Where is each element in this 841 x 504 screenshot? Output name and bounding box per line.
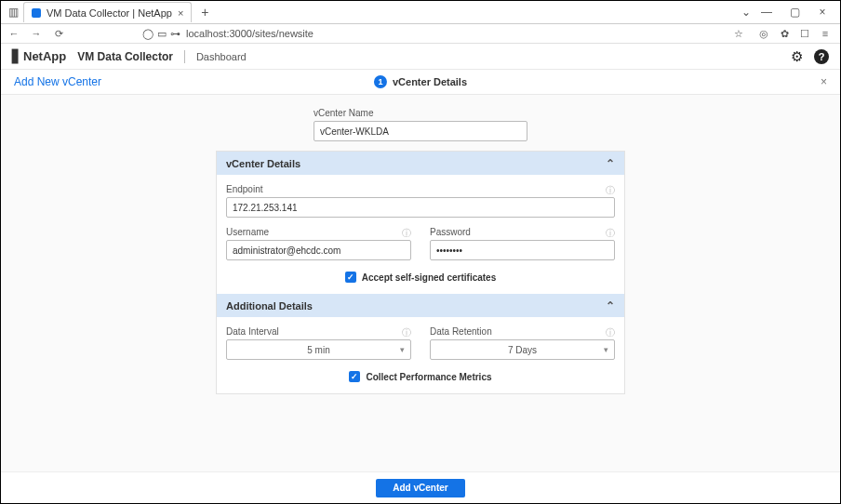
info-icon[interactable]: ⓘ [606, 227, 615, 240]
page-title[interactable]: Add New vCenter [14, 75, 101, 88]
endpoint-input[interactable] [226, 197, 615, 218]
extensions-icon[interactable]: ✿ [777, 28, 792, 40]
interval-value: 5 min [307, 345, 329, 355]
window-minimize-button[interactable]: — [754, 6, 779, 19]
section-title: Additional Details [226, 300, 313, 312]
interval-select[interactable]: 5 min ▾ [226, 339, 411, 360]
form-card: vCenter Details ⌃ Endpoint ⓘ Username ⓘ [216, 151, 625, 394]
section-title: vCenter Details [226, 158, 300, 169]
bookmark-star-icon[interactable]: ☆ [734, 28, 743, 40]
footer-bar: Add vCenter [1, 471, 840, 503]
accept-cert-label: Accept self-signed certificates [362, 272, 497, 283]
product-name: VM Data Collector [77, 50, 173, 63]
step-badge: 1 [374, 75, 387, 88]
account-icon[interactable]: ☐ [797, 28, 812, 40]
window-maximize-button[interactable]: ▢ [782, 6, 807, 19]
help-icon[interactable]: ? [814, 49, 829, 64]
brand-text: NetApp [23, 49, 66, 63]
chevron-up-icon: ⌃ [606, 299, 615, 312]
retention-value: 7 Days [508, 345, 537, 355]
info-icon[interactable]: ⓘ [606, 184, 615, 197]
window-dropdown-icon[interactable]: ⌄ [741, 6, 751, 19]
step-label: vCenter Details [393, 76, 467, 87]
page-body: vCenter Name vCenter Details ⌃ Endpoint … [1, 95, 840, 503]
wizard-step: 1 vCenter Details [374, 75, 467, 88]
collect-metrics-checkbox[interactable]: ✓ [349, 371, 360, 382]
password-label: Password [430, 227, 471, 237]
add-vcenter-button[interactable]: Add vCenter [376, 479, 464, 497]
window-close-button[interactable]: × [810, 6, 834, 19]
brand-logo: ▋ NetApp [12, 49, 66, 63]
reader-icon[interactable]: ◎ [756, 28, 771, 40]
info-icon[interactable]: ⓘ [606, 326, 615, 339]
url-text: localhost:3000/sites/newsite [186, 28, 314, 39]
connection-icon: ⊶ [170, 28, 180, 40]
shield-icon: ◯ [142, 28, 154, 40]
app-header: ▋ NetApp VM Data Collector Dashboard ⚙ ? [1, 44, 840, 70]
url-field[interactable]: ◯ ▭ ⊶ localhost:3000/sites/newsite ☆ [137, 28, 749, 40]
info-icon[interactable]: ⓘ [402, 326, 411, 339]
tab-close-icon[interactable]: × [178, 7, 183, 19]
browser-toolbar: ← → ⟳ ◯ ▭ ⊶ localhost:3000/sites/newsite… [1, 24, 840, 44]
username-input[interactable] [226, 240, 411, 260]
section-vcenter-details-header[interactable]: vCenter Details ⌃ [217, 152, 624, 175]
accept-cert-checkbox[interactable]: ✓ [345, 272, 356, 283]
endpoint-label: Endpoint [226, 184, 262, 194]
nav-reload-button[interactable]: ⟳ [51, 28, 66, 40]
brand-mark-icon: ▋ [12, 49, 21, 63]
new-tab-button[interactable]: + [195, 5, 214, 20]
chevron-down-icon: ▾ [400, 345, 405, 354]
tab-overview-icon[interactable]: ▥ [7, 6, 20, 19]
chevron-down-icon: ▾ [604, 345, 608, 354]
page-icon: ▭ [157, 28, 167, 40]
menu-icon[interactable]: ≡ [818, 28, 833, 39]
section-additional-details-header[interactable]: Additional Details ⌃ [217, 294, 624, 317]
username-label: Username [226, 227, 269, 237]
chevron-up-icon: ⌃ [606, 157, 615, 170]
interval-label: Data Interval [226, 326, 279, 337]
retention-label: Data Retention [430, 326, 492, 337]
settings-gear-icon[interactable]: ⚙ [791, 48, 803, 65]
vcenter-name-input[interactable] [314, 121, 527, 141]
nav-back-button[interactable]: ← [7, 28, 21, 39]
breadcrumb[interactable]: Dashboard [196, 51, 247, 62]
browser-tab[interactable]: VM Data Collector | NetApp × [23, 2, 192, 22]
favicon-icon [32, 8, 41, 18]
nav-forward-button[interactable]: → [29, 28, 44, 39]
tab-title: VM Data Collector | NetApp [47, 7, 172, 19]
close-panel-icon[interactable]: × [821, 75, 827, 88]
page-title-row: Add New vCenter 1 vCenter Details × [1, 70, 840, 95]
collect-metrics-label: Collect Performance Metrics [366, 372, 491, 382]
password-input[interactable] [430, 240, 615, 260]
retention-select[interactable]: 7 Days ▾ [430, 339, 615, 360]
vcenter-name-label: vCenter Name [314, 108, 527, 118]
info-icon[interactable]: ⓘ [402, 227, 411, 240]
os-titlebar: ▥ VM Data Collector | NetApp × + ⌄ — ▢ × [1, 1, 840, 24]
divider [184, 50, 185, 63]
